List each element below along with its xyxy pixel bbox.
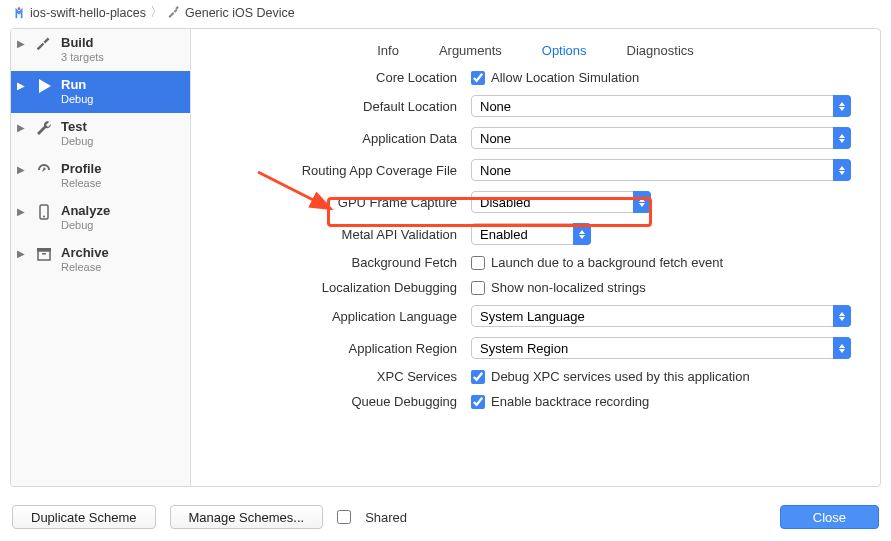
sidebar-item-sub: Debug [61, 93, 93, 107]
svg-rect-5 [42, 253, 46, 255]
project-icon [12, 6, 26, 20]
sidebar-item-sub: Debug [61, 135, 93, 149]
sidebar-item-label: Test [61, 119, 93, 135]
disclosure-icon: ▶ [17, 245, 27, 259]
play-icon [33, 77, 55, 95]
device-icon [33, 203, 55, 221]
sidebar-item-sub: Release [61, 261, 109, 275]
queue-text: Enable backtrace recording [491, 394, 649, 409]
xpc-label: XPC Services [211, 369, 471, 384]
default-location-label: Default Location [211, 99, 471, 114]
breadcrumb-target[interactable]: Generic iOS Device [185, 6, 295, 20]
sidebar-item-label: Build [61, 35, 104, 51]
svg-rect-4 [37, 248, 51, 251]
gpu-frame-capture-select[interactable]: Disabled [471, 191, 651, 213]
svg-rect-3 [38, 251, 50, 260]
sidebar-item-test[interactable]: ▶ TestDebug [11, 113, 190, 155]
sidebar-item-profile[interactable]: ▶ ProfileRelease [11, 155, 190, 197]
wrench-icon [33, 119, 55, 137]
app-data-select[interactable]: None [471, 127, 851, 149]
app-region-select[interactable]: System Region [471, 337, 851, 359]
queue-checkbox[interactable] [471, 395, 485, 409]
gpu-frame-capture-label: GPU Frame Capture [211, 195, 471, 210]
queue-label: Queue Debugging [211, 394, 471, 409]
breadcrumb: ios-swift-hello-places 〉 Generic iOS Dev… [0, 0, 891, 27]
app-region-label: Application Region [211, 341, 471, 356]
svg-point-2 [43, 216, 45, 218]
loc-debug-label: Localization Debugging [211, 280, 471, 295]
manage-schemes-button[interactable]: Manage Schemes... [170, 505, 324, 529]
allow-location-label: Allow Location Simulation [491, 70, 639, 85]
routing-select[interactable]: None [471, 159, 851, 181]
sidebar: ▶ Build3 targets ▶ RunDebug ▶ TestDebug … [11, 29, 191, 486]
gauge-icon [33, 161, 55, 179]
bg-fetch-label: Background Fetch [211, 255, 471, 270]
sidebar-item-build[interactable]: ▶ Build3 targets [11, 29, 190, 71]
sidebar-item-sub: Debug [61, 219, 110, 233]
disclosure-icon: ▶ [17, 35, 27, 49]
tab-bar: Info Arguments Options Diagnostics [211, 37, 860, 70]
metal-label: Metal API Validation [211, 227, 471, 242]
app-lang-select[interactable]: System Language [471, 305, 851, 327]
sidebar-item-archive[interactable]: ▶ ArchiveRelease [11, 239, 190, 281]
shared-label: Shared [365, 510, 407, 525]
sidebar-item-sub: Release [61, 177, 101, 191]
core-location-label: Core Location [211, 70, 471, 85]
sidebar-item-label: Archive [61, 245, 109, 261]
xpc-text: Debug XPC services used by this applicat… [491, 369, 750, 384]
routing-label: Routing App Coverage File [211, 163, 471, 178]
svg-point-0 [18, 7, 21, 10]
allow-location-checkbox[interactable] [471, 71, 485, 85]
metal-validation-select[interactable]: Enabled [471, 223, 591, 245]
disclosure-icon: ▶ [17, 161, 27, 175]
archive-icon [33, 245, 55, 263]
tab-options[interactable]: Options [542, 43, 587, 58]
sidebar-item-analyze[interactable]: ▶ AnalyzeDebug [11, 197, 190, 239]
sidebar-item-run[interactable]: ▶ RunDebug [11, 71, 190, 113]
app-data-label: Application Data [211, 131, 471, 146]
loc-debug-text: Show non-localized strings [491, 280, 646, 295]
bottom-bar: Duplicate Scheme Manage Schemes... Share… [12, 505, 879, 529]
close-button[interactable]: Close [780, 505, 879, 529]
disclosure-icon: ▶ [17, 203, 27, 217]
bg-fetch-text: Launch due to a background fetch event [491, 255, 723, 270]
shared-checkbox[interactable] [337, 510, 351, 524]
main-panel: ▶ Build3 targets ▶ RunDebug ▶ TestDebug … [10, 28, 881, 487]
sidebar-item-label: Analyze [61, 203, 110, 219]
sidebar-item-sub: 3 targets [61, 51, 104, 65]
content: Info Arguments Options Diagnostics Core … [191, 29, 880, 486]
app-lang-label: Application Language [211, 309, 471, 324]
hammer-icon [33, 35, 55, 53]
breadcrumb-project[interactable]: ios-swift-hello-places [30, 6, 146, 20]
xpc-checkbox[interactable] [471, 370, 485, 384]
default-location-select[interactable]: None [471, 95, 851, 117]
duplicate-scheme-button[interactable]: Duplicate Scheme [12, 505, 156, 529]
tab-arguments[interactable]: Arguments [439, 43, 502, 58]
tab-info[interactable]: Info [377, 43, 399, 58]
hammer-icon [167, 6, 181, 20]
disclosure-icon: ▶ [17, 77, 27, 91]
tab-diagnostics[interactable]: Diagnostics [627, 43, 694, 58]
sidebar-item-label: Run [61, 77, 93, 93]
bg-fetch-checkbox[interactable] [471, 256, 485, 270]
disclosure-icon: ▶ [17, 119, 27, 133]
sidebar-item-label: Profile [61, 161, 101, 177]
loc-debug-checkbox[interactable] [471, 281, 485, 295]
chevron-right-icon: 〉 [150, 4, 163, 21]
